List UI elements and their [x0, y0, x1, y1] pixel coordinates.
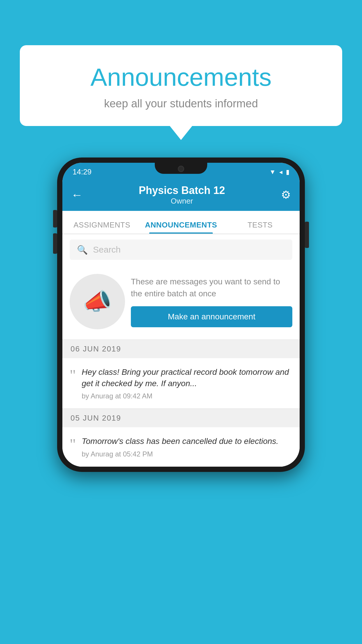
- announcement-text-group-1: Hey class! Bring your practical record b…: [82, 366, 292, 400]
- tab-assignments[interactable]: ASSIGNMENTS: [62, 220, 141, 234]
- speech-bubble: Announcements keep all your students inf…: [20, 45, 342, 126]
- settings-icon[interactable]: ⚙: [281, 188, 291, 201]
- phone-mockup: 14:29 ▼ ◂ ▮ ← Physics Batch 12 Owner ⚙ A…: [57, 158, 305, 472]
- announcement-meta-2: by Anurag at 05:42 PM: [82, 450, 292, 458]
- app-bar-title-group: Physics Batch 12 Owner: [139, 184, 225, 206]
- promo-right: These are messages you want to send to t…: [131, 276, 292, 327]
- announcement-promo: 📣 These are messages you want to send to…: [62, 265, 300, 340]
- promo-icon-circle: 📣: [70, 274, 125, 329]
- search-container: 🔍 Search: [62, 234, 300, 265]
- bubble-title: Announcements: [34, 63, 328, 92]
- battery-icon: ▮: [286, 168, 289, 176]
- app-bar: ← Physics Batch 12 Owner ⚙: [62, 179, 300, 211]
- search-icon: 🔍: [77, 245, 88, 255]
- announcement-text-group-2: Tomorrow's class has been cancelled due …: [82, 435, 292, 458]
- volume-up-button: [53, 210, 57, 228]
- status-time: 14:29: [73, 167, 92, 176]
- app-bar-title: Physics Batch 12: [139, 184, 225, 197]
- app-bar-subtitle: Owner: [139, 197, 225, 206]
- signal-icon: ◂: [279, 168, 282, 176]
- announcement-item-2[interactable]: " Tomorrow's class has been cancelled du…: [62, 427, 300, 466]
- camera: [178, 166, 184, 172]
- phone-notch: [155, 163, 207, 174]
- tab-tests[interactable]: TESTS: [221, 220, 300, 234]
- make-announcement-button[interactable]: Make an announcement: [131, 306, 292, 327]
- promo-description: These are messages you want to send to t…: [131, 276, 292, 300]
- announcement-meta-1: by Anurag at 09:42 AM: [82, 392, 292, 400]
- date-separator-2: 05 JUN 2019: [62, 409, 300, 427]
- announcement-item-1[interactable]: " Hey class! Bring your practical record…: [62, 358, 300, 409]
- bubble-subtitle: keep all your students informed: [34, 97, 328, 110]
- search-bar[interactable]: 🔍 Search: [70, 239, 292, 260]
- phone-outer: 14:29 ▼ ◂ ▮ ← Physics Batch 12 Owner ⚙ A…: [57, 158, 305, 472]
- status-icons: ▼ ◂ ▮: [269, 168, 289, 176]
- announcement-message-1: Hey class! Bring your practical record b…: [82, 366, 292, 389]
- quote-icon-2: ": [70, 437, 76, 452]
- megaphone-icon: 📣: [83, 288, 112, 315]
- power-button: [305, 222, 309, 248]
- tab-announcements[interactable]: ANNOUNCEMENTS: [141, 220, 220, 234]
- back-button[interactable]: ←: [71, 188, 83, 202]
- date-separator-1: 06 JUN 2019: [62, 340, 300, 358]
- quote-icon-1: ": [70, 368, 76, 383]
- phone-screen: 14:29 ▼ ◂ ▮ ← Physics Batch 12 Owner ⚙ A…: [62, 163, 300, 467]
- wifi-icon: ▼: [269, 168, 276, 176]
- search-placeholder: Search: [93, 245, 121, 255]
- speech-bubble-section: Announcements keep all your students inf…: [20, 45, 342, 126]
- tabs-bar: ASSIGNMENTS ANNOUNCEMENTS TESTS: [62, 211, 300, 234]
- volume-down-button: [53, 233, 57, 254]
- announcement-message-2: Tomorrow's class has been cancelled due …: [82, 435, 292, 447]
